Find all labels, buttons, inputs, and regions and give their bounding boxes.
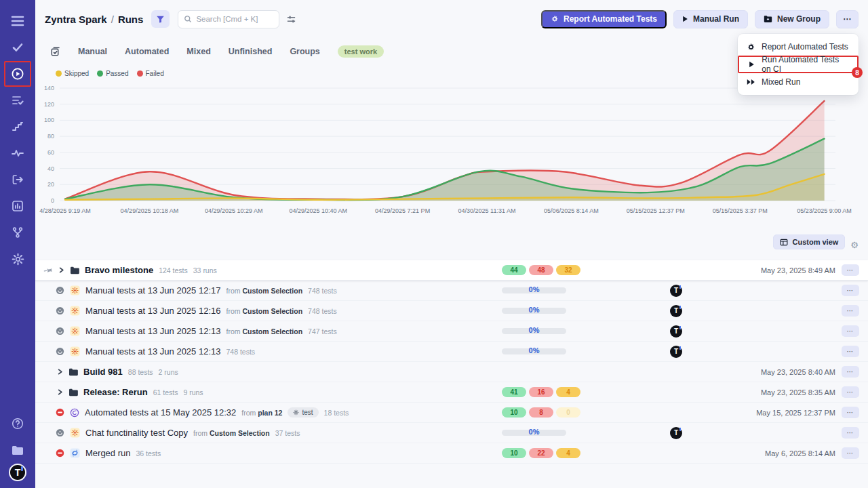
sidebar-item-plans-list[interactable] bbox=[4, 87, 31, 113]
svg-text:80: 80 bbox=[47, 133, 54, 140]
pin-icon bbox=[43, 264, 55, 276]
row-more-button[interactable]: ⋯ bbox=[842, 386, 859, 398]
row-more-button[interactable]: ⋯ bbox=[842, 285, 859, 296]
menu-item-mixed-run[interactable]: Mixed Run bbox=[738, 73, 859, 91]
menu-item-report-automated-tests[interactable]: Report Automated Tests bbox=[738, 38, 859, 56]
legend-item-failed[interactable]: Failed bbox=[137, 70, 164, 77]
row-more-button[interactable]: ⋯ bbox=[842, 407, 859, 418]
user-avatar[interactable]: T bbox=[9, 464, 26, 481]
run-title[interactable]: Automated tests at 15 May 2025 12:32 bbox=[85, 407, 236, 418]
row-more-button[interactable]: ⋯ bbox=[842, 346, 859, 357]
svg-text:05/15/2025 3:37 PM: 05/15/2025 3:37 PM bbox=[713, 207, 768, 214]
assignee-avatar[interactable]: T bbox=[670, 285, 682, 297]
tests-check-icon bbox=[12, 41, 24, 54]
sidebar-item-hamburger[interactable] bbox=[4, 8, 31, 34]
row-more-button[interactable]: ⋯ bbox=[842, 427, 859, 439]
run-row[interactable]: Manual tests at 13 Jun 2025 12:17from Cu… bbox=[35, 281, 868, 301]
row-more-button[interactable]: ⋯ bbox=[842, 325, 859, 337]
row-more-button[interactable]: ⋯ bbox=[842, 264, 859, 276]
sidebar-item-projects-folder[interactable] bbox=[4, 437, 31, 463]
group-row[interactable]: Build 98188 tests2 runsMay 23, 2025 8:40… bbox=[35, 362, 868, 382]
sidebar-item-branches[interactable] bbox=[4, 220, 31, 245]
sidebar-item-milestones-steps[interactable] bbox=[4, 114, 31, 140]
run-title[interactable]: Manual tests at 13 Jun 2025 12:13 bbox=[85, 326, 220, 336]
badge-amber: 4 bbox=[556, 387, 580, 397]
run-row[interactable]: Chat functinality test Copyfrom Custom S… bbox=[35, 423, 868, 443]
legend-dot bbox=[137, 70, 143, 77]
menu-item-run-automated-tests-on-ci[interactable]: Run Automated Tests on CI8 bbox=[738, 56, 859, 73]
report-automated-tests-button[interactable]: Report Automated Tests bbox=[541, 10, 667, 28]
row-more-button[interactable]: ⋯ bbox=[842, 366, 859, 378]
status-neutral-icon bbox=[56, 428, 64, 437]
manual-run-icon bbox=[70, 346, 80, 357]
manual-run-icon bbox=[70, 428, 80, 438]
menu-item-label: Mixed Run bbox=[762, 77, 800, 87]
sidebar-item-settings-gear[interactable] bbox=[4, 246, 31, 272]
row-more-button[interactable]: ⋯ bbox=[842, 305, 859, 317]
assignee-avatar[interactable]: T bbox=[670, 305, 682, 317]
progress-bar: 0% bbox=[502, 328, 566, 334]
manual-run-button[interactable]: Manual Run bbox=[673, 10, 748, 28]
breadcrumb: Zyntra Spark/Runs bbox=[45, 14, 143, 25]
group-row[interactable]: Release: Rerun61 tests9 runs41164May 23,… bbox=[35, 382, 868, 403]
run-source: from Custom Selection bbox=[193, 429, 270, 437]
milestones-steps-icon bbox=[12, 121, 24, 132]
tab-unfinished[interactable]: Unfinished bbox=[229, 47, 273, 56]
expand-chevron-icon[interactable] bbox=[58, 267, 64, 273]
assignee-avatar[interactable]: T bbox=[670, 346, 682, 358]
badge-red: 8 bbox=[529, 407, 553, 418]
more-actions-button[interactable]: ⋯ bbox=[836, 10, 859, 28]
run-title[interactable]: Manual tests at 13 Jun 2025 12:13 bbox=[85, 346, 220, 357]
run-row[interactable]: Manual tests at 13 Jun 2025 12:13748 tes… bbox=[35, 342, 868, 362]
run-row[interactable]: Manual tests at 13 Jun 2025 12:16from Cu… bbox=[35, 301, 868, 321]
search-input[interactable] bbox=[196, 15, 271, 23]
meta-text: 124 tests bbox=[159, 266, 188, 274]
group-title[interactable]: Release: Rerun bbox=[83, 387, 148, 397]
search-box[interactable] bbox=[178, 10, 279, 28]
legend-item-passed[interactable]: Passed bbox=[97, 70, 128, 77]
active-filter-tag[interactable]: test work bbox=[338, 45, 384, 58]
run-tag[interactable]: test bbox=[288, 407, 318, 418]
sidebar-item-tests-check[interactable] bbox=[4, 35, 31, 60]
sidebar-item-reports-chart[interactable] bbox=[4, 193, 31, 219]
view-settings-gear-icon[interactable]: ⚙ bbox=[850, 240, 859, 250]
sidebar-item-import[interactable] bbox=[4, 167, 31, 192]
svg-text:60: 60 bbox=[47, 149, 54, 156]
tab-groups[interactable]: Groups bbox=[290, 47, 319, 56]
row-more-button[interactable]: ⋯ bbox=[842, 447, 859, 459]
badge-green: 10 bbox=[502, 448, 526, 458]
run-title[interactable]: Chat functinality test Copy bbox=[85, 428, 188, 438]
group-title[interactable]: Bravo milestone bbox=[85, 265, 153, 275]
assignee-avatar[interactable]: T bbox=[670, 325, 682, 338]
new-group-label: New Group bbox=[777, 14, 821, 24]
tab-manual[interactable]: Manual bbox=[78, 47, 107, 56]
run-title[interactable]: Manual tests at 13 Jun 2025 12:17 bbox=[85, 285, 220, 296]
report-icon bbox=[551, 15, 559, 23]
select-all-icon[interactable] bbox=[50, 47, 60, 57]
custom-view-button[interactable]: Custom view bbox=[773, 235, 845, 249]
expand-chevron-icon[interactable] bbox=[57, 369, 63, 375]
search-icon bbox=[184, 15, 192, 23]
legend-item-skipped[interactable]: Skipped bbox=[56, 70, 89, 77]
run-row[interactable]: Merged run36 tests10224May 6, 2025 8:14 … bbox=[35, 443, 868, 464]
run-row[interactable]: Automated tests at 15 May 2025 12:32from… bbox=[35, 403, 868, 423]
sidebar-item-help[interactable] bbox=[4, 411, 31, 436]
assignee-avatar[interactable]: T bbox=[670, 427, 682, 439]
sidebar-item-runs-play[interactable] bbox=[4, 61, 31, 87]
breadcrumb-project[interactable]: Zyntra Spark bbox=[45, 14, 107, 25]
run-title[interactable]: Merged run bbox=[85, 448, 130, 458]
new-group-button[interactable]: New Group bbox=[755, 10, 829, 28]
filter-button[interactable] bbox=[151, 10, 170, 28]
expand-chevron-icon[interactable] bbox=[57, 389, 63, 395]
tab-automated[interactable]: Automated bbox=[125, 47, 169, 56]
filter-settings-icon[interactable] bbox=[286, 14, 296, 24]
badge-green: 44 bbox=[502, 265, 526, 275]
tab-mixed[interactable]: Mixed bbox=[186, 47, 210, 56]
group-row[interactable]: Bravo milestone124 tests33 runs444832May… bbox=[35, 260, 868, 281]
sidebar-item-analytics-pulse[interactable] bbox=[4, 140, 31, 166]
group-title[interactable]: Build 981 bbox=[83, 367, 123, 377]
status-neutral-icon bbox=[56, 327, 64, 336]
run-title[interactable]: Manual tests at 13 Jun 2025 12:16 bbox=[85, 306, 220, 316]
run-row[interactable]: Manual tests at 13 Jun 2025 12:13from Cu… bbox=[35, 321, 868, 342]
status-neutral-icon bbox=[56, 286, 64, 295]
